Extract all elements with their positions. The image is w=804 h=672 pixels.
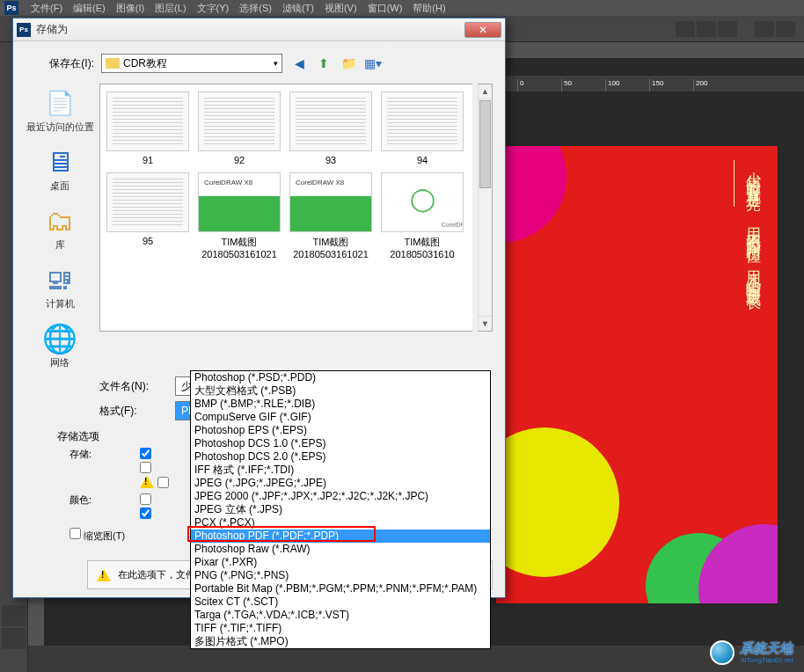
file-name: TIM截图 20180503161021 (293, 237, 369, 259)
format-option[interactable]: Photoshop EPS (*.EPS) (191, 424, 490, 437)
file-item[interactable]: 91 (104, 91, 192, 165)
format-option[interactable]: 大型文档格式 (*.PSB) (191, 384, 490, 398)
format-option[interactable]: JPEG (*.JPG;*.JPEG;*.JPE) (191, 477, 490, 490)
align-btn[interactable] (718, 21, 737, 37)
format-option[interactable]: 多图片格式 (*.MPO) (191, 635, 490, 648)
file-item[interactable]: TIM截图 20180503161021 (195, 172, 283, 259)
menu-file[interactable]: 文件(F) (26, 0, 68, 17)
menu-edit[interactable]: 编辑(E) (68, 0, 111, 17)
warning-text: 在此选项下，文件 (118, 568, 195, 581)
format-option[interactable]: Photoshop PDF (*.PDF;*.PDP) (191, 530, 490, 543)
format-option[interactable]: PNG (*.PNG;*.PNS) (191, 569, 490, 582)
checkbox-option[interactable] (140, 448, 169, 459)
arrange-btn[interactable] (776, 21, 795, 37)
checkbox-option[interactable] (140, 462, 169, 473)
menu-window[interactable]: 窗口(W) (362, 0, 408, 17)
tool-item[interactable] (2, 605, 26, 626)
format-dropdown-list[interactable]: Photoshop (*.PSD;*.PDD)大型文档格式 (*.PSB)BMP… (190, 370, 491, 649)
format-option[interactable]: JPEG 立体 (*.JPS) (191, 503, 490, 516)
ruler-tick: 0 (517, 79, 561, 91)
menu-layer[interactable]: 图层(L) (150, 0, 191, 17)
format-option[interactable]: Photoshop Raw (*.RAW) (191, 543, 490, 556)
globe-icon (710, 640, 735, 665)
file-item[interactable]: 92 (195, 91, 283, 165)
file-list[interactable]: 91 92 93 94 95 TIM截图 20180503161021 TIM截… (99, 84, 472, 332)
ruler-horizontal: 0 50 100 150 200 (501, 76, 804, 91)
menu-help[interactable]: 帮助(H) (407, 0, 450, 17)
menu-image[interactable]: 图像(I) (111, 0, 150, 17)
file-item[interactable]: 95 (104, 172, 192, 259)
menu-bar: Ps 文件(F) 编辑(E) 图像(I) 图层(L) 文字(Y) 选择(S) 滤… (0, 0, 804, 16)
file-name: 94 (417, 155, 428, 165)
format-option[interactable]: IFF 格式 (*.IFF;*.TDI) (191, 464, 490, 477)
align-btn[interactable] (697, 21, 716, 37)
file-thumb (106, 172, 189, 232)
sidebar-label: 库 (44, 238, 76, 252)
align-btn[interactable] (676, 21, 695, 37)
format-option[interactable]: Photoshop DCS 2.0 (*.EPS) (191, 450, 490, 464)
watermark-sub: XiTongTianDi.net (740, 656, 793, 664)
arrange-btn[interactable] (755, 21, 774, 37)
status-bar (28, 646, 804, 672)
sidebar-recent[interactable]: 📄 最近访问的位置 (26, 87, 94, 134)
back-icon[interactable]: ◀ (289, 54, 309, 73)
file-thumb (289, 172, 372, 232)
dialog-titlebar[interactable]: Ps 存储为 ✕ (13, 18, 505, 41)
file-item[interactable]: 94 (378, 91, 466, 165)
watermark: 系统天地 XiTongTianDi.net (710, 640, 793, 665)
tool-item[interactable] (2, 628, 26, 649)
new-folder-icon[interactable]: 📁 (339, 54, 358, 73)
folder-name: CDR教程 (123, 56, 167, 71)
menu-filter[interactable]: 滤镜(T) (277, 0, 319, 17)
format-option[interactable]: PCX (*.PCX) (191, 516, 490, 530)
canvas-document[interactable]: 少年的时光就是晃， 用大把时间彷徨，用几个瞬间来成长… (496, 146, 778, 603)
thumbnail-checkbox[interactable]: 缩览图(T) (69, 530, 125, 541)
view-icon[interactable]: ▦▾ (363, 54, 383, 73)
store-label: 存储: (69, 448, 105, 461)
computer-icon: 🖳 (44, 264, 76, 296)
sidebar-network[interactable]: 🌐 网络 (44, 323, 76, 369)
checkbox-option[interactable] (140, 508, 151, 519)
sidebar-desktop[interactable]: 🖥 桌面 (44, 146, 76, 193)
scrollbar[interactable]: ▲ ▼ (478, 84, 493, 332)
scroll-down-icon[interactable]: ▼ (479, 316, 492, 331)
watermark-text: 系统天地 (740, 641, 793, 656)
format-option[interactable]: BMP (*.BMP;*.RLE;*.DIB) (191, 398, 490, 411)
sidebar-computer[interactable]: 🖳 计算机 (44, 264, 76, 310)
file-thumb (106, 91, 189, 151)
file-item[interactable]: 93 (287, 91, 375, 165)
format-label: 格式(F): (99, 404, 166, 419)
checkbox-option[interactable] (140, 476, 169, 488)
format-option[interactable]: Portable Bit Map (*.PBM;*.PGM;*.PPM;*.PN… (191, 582, 490, 595)
file-thumb (381, 91, 464, 151)
dialog-title: 存储为 (36, 22, 464, 37)
network-icon: 🌐 (44, 323, 76, 354)
sidebar-libraries[interactable]: 🗂 库 (44, 205, 76, 252)
checkbox-option[interactable] (140, 493, 151, 505)
menu-view[interactable]: 视图(V) (319, 0, 362, 17)
file-thumb (198, 91, 281, 151)
scroll-thumb[interactable] (479, 100, 491, 188)
file-item[interactable]: TIM截图 20180503161021 (287, 172, 375, 259)
ruler-tick: 50 (561, 79, 605, 91)
format-option[interactable]: Targa (*.TGA;*.VDA;*.ICB;*.VST) (191, 609, 490, 622)
up-icon[interactable]: ⬆ (314, 54, 333, 73)
menu-select[interactable]: 选择(S) (234, 0, 277, 17)
menu-type[interactable]: 文字(Y) (192, 0, 235, 17)
ps-app-icon: Ps (4, 1, 18, 15)
file-item[interactable]: TIM截图 201805031610 (378, 172, 466, 259)
save-in-dropdown[interactable]: CDR教程 ▾ (101, 54, 282, 73)
format-option[interactable]: Photoshop DCS 1.0 (*.EPS) (191, 437, 490, 450)
format-option[interactable]: CompuServe GIF (*.GIF) (191, 411, 490, 424)
format-option[interactable]: TIFF (*.TIF;*.TIFF) (191, 622, 490, 635)
format-option[interactable]: JPEG 2000 (*.JPF;*.JPX;*.JP2;*.J2C;*.J2K… (191, 490, 490, 503)
close-button[interactable]: ✕ (464, 22, 501, 38)
file-name: TIM截图 201805031610 (390, 237, 454, 259)
format-option[interactable]: Pixar (*.PXR) (191, 556, 490, 569)
format-option[interactable]: Scitex CT (*.SCT) (191, 595, 490, 609)
scroll-up-icon[interactable]: ▲ (479, 84, 492, 99)
recent-icon: 📄 (44, 87, 76, 119)
poster-text: 少年的时光就是晃， 用大把时间彷徨，用几个瞬间来成长… (734, 160, 764, 468)
poster-circle (496, 427, 619, 577)
format-option[interactable]: Photoshop (*.PSD;*.PDD) (191, 371, 490, 384)
